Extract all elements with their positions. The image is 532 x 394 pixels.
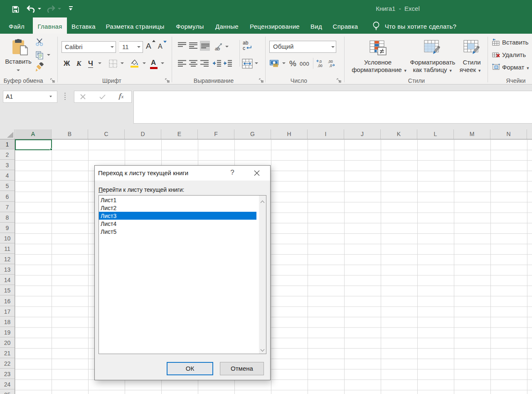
svg-text:ab: ab <box>215 46 220 51</box>
svg-text:ab: ab <box>243 40 249 46</box>
svg-text:,00: ,00 <box>328 59 333 64</box>
svg-text:,0: ,0 <box>319 59 322 64</box>
svg-text:c: c <box>243 45 245 51</box>
svg-text:,0: ,0 <box>329 64 332 67</box>
svg-text:,00: ,00 <box>318 64 323 67</box>
